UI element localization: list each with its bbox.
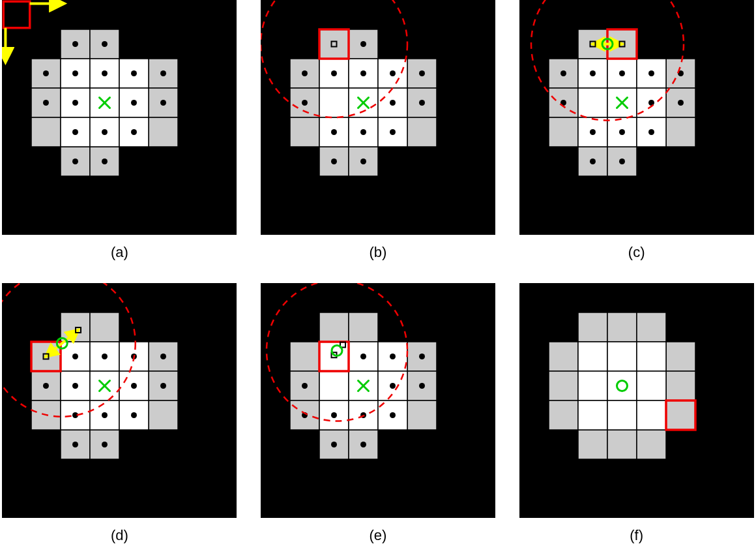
svg-point-189 [331, 412, 337, 418]
svg-rect-202 [578, 312, 607, 342]
svg-point-70 [331, 129, 337, 135]
svg-point-182 [360, 354, 366, 359]
svg-point-65 [390, 70, 396, 76]
svg-point-186 [390, 383, 396, 389]
svg-point-28 [131, 100, 137, 106]
svg-rect-216 [607, 342, 637, 371]
svg-point-183 [390, 354, 396, 359]
svg-point-66 [419, 70, 425, 76]
svg-rect-213 [637, 430, 666, 459]
svg-rect-55 [319, 88, 349, 117]
svg-point-27 [43, 100, 49, 106]
svg-point-193 [360, 442, 366, 447]
svg-point-34 [72, 159, 78, 164]
svg-point-68 [390, 100, 396, 106]
svg-point-35 [102, 159, 108, 164]
svg-point-144 [160, 354, 166, 359]
svg-rect-88 [666, 117, 695, 147]
svg-point-110 [648, 129, 654, 135]
svg-point-20 [72, 41, 78, 47]
svg-point-25 [131, 70, 137, 76]
svg-rect-205 [666, 342, 695, 371]
svg-rect-163 [319, 312, 349, 342]
svg-point-153 [102, 442, 108, 447]
svg-point-106 [648, 100, 654, 106]
svg-rect-211 [607, 430, 637, 459]
svg-point-72 [390, 129, 396, 135]
svg-point-187 [419, 383, 425, 389]
svg-point-146 [72, 383, 78, 389]
svg-point-22 [43, 70, 49, 76]
svg-rect-214 [666, 400, 695, 430]
panel-f: (f) [517, 283, 756, 560]
svg-point-24 [102, 70, 108, 76]
svg-point-33 [131, 129, 137, 135]
svg-point-185 [302, 383, 308, 389]
svg-rect-204 [549, 342, 578, 371]
svg-point-107 [678, 100, 684, 106]
caption-b: (b) [370, 244, 387, 261]
svg-rect-129 [149, 400, 178, 430]
svg-point-61 [360, 41, 366, 47]
caption-c: (c) [628, 244, 645, 261]
svg-point-111 [590, 159, 596, 164]
svg-point-64 [360, 70, 366, 76]
svg-rect-212 [637, 312, 666, 342]
svg-rect-215 [578, 342, 607, 371]
svg-rect-220 [637, 371, 666, 400]
svg-rect-206 [549, 371, 578, 400]
svg-point-112 [619, 159, 625, 164]
svg-point-23 [72, 70, 78, 76]
caption-e: (e) [370, 527, 387, 544]
svg-point-145 [43, 383, 49, 389]
svg-rect-164 [349, 312, 378, 342]
svg-point-100 [560, 70, 566, 76]
svg-rect-48 [290, 117, 319, 147]
svg-point-191 [390, 412, 396, 418]
svg-point-69 [419, 100, 425, 106]
svg-rect-217 [637, 342, 666, 371]
panel-c: (c) [517, 0, 756, 277]
svg-point-109 [619, 129, 625, 135]
svg-point-31 [72, 129, 78, 135]
panel-svg [519, 283, 754, 518]
svg-point-152 [72, 442, 78, 447]
svg-point-29 [160, 100, 166, 106]
panel-b: (b) [259, 0, 498, 277]
svg-rect-208 [549, 400, 578, 430]
svg-rect-8 [149, 117, 178, 147]
svg-point-108 [590, 129, 596, 135]
caption-f: (f) [630, 527, 643, 544]
svg-rect-221 [578, 400, 607, 430]
svg-point-30 [72, 100, 78, 106]
svg-rect-222 [607, 400, 637, 430]
panel-d: (d) [0, 283, 239, 560]
svg-point-71 [360, 129, 366, 135]
svg-point-103 [648, 70, 654, 76]
caption-d: (d) [111, 527, 128, 544]
svg-rect-123 [90, 312, 119, 342]
svg-point-184 [419, 354, 425, 359]
svg-rect-219 [607, 371, 637, 400]
caption-a: (a) [111, 244, 128, 261]
svg-point-141 [72, 354, 78, 359]
svg-rect-7 [31, 117, 61, 147]
svg-rect-42 [319, 29, 349, 59]
svg-rect-203 [607, 312, 637, 342]
svg-rect-223 [637, 400, 666, 430]
panel-svg [261, 0, 495, 235]
svg-point-67 [302, 100, 308, 106]
svg-point-102 [619, 70, 625, 76]
svg-point-62 [302, 70, 308, 76]
svg-point-142 [102, 354, 108, 359]
svg-point-26 [160, 70, 166, 76]
figure-grid: (a) (b) (c) (d) (e) (f) [0, 0, 756, 559]
svg-point-150 [102, 412, 108, 418]
panel-svg [2, 283, 237, 518]
panel-svg [261, 283, 495, 518]
svg-point-148 [160, 383, 166, 389]
svg-point-192 [331, 442, 337, 447]
svg-rect-165 [290, 342, 319, 371]
panel-svg [519, 0, 754, 235]
svg-point-73 [331, 159, 337, 164]
